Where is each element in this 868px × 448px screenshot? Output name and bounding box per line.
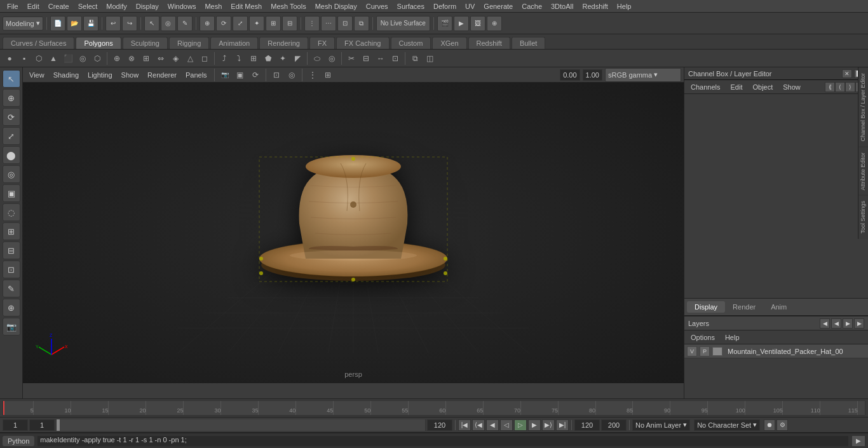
redo-btn[interactable]: ↪ — [122, 16, 137, 31]
snap-grid-l-btn[interactable]: ⊞ — [3, 222, 20, 240]
cb-channels-menu[interactable]: Channels — [687, 82, 724, 92]
multicut-btn[interactable]: ✂ — [344, 51, 358, 65]
render-btn[interactable]: ▶ — [454, 16, 469, 31]
vp-smooth-icon[interactable]: ◎ — [285, 68, 299, 82]
poly-sphere-btn[interactable]: ● — [3, 51, 17, 65]
poly-prism-btn[interactable]: ⬡ — [90, 51, 104, 65]
poly-bool-btn[interactable]: ⊞ — [139, 51, 153, 65]
render-view-btn[interactable]: ⊕ — [487, 16, 502, 31]
snap-grid-btn[interactable]: ⋮ — [304, 16, 320, 31]
layers-scroll-down[interactable]: ▶ — [854, 318, 864, 329]
menu-create[interactable]: Create — [44, 1, 74, 11]
snap-view-btn[interactable]: ⧉ — [354, 16, 369, 31]
poly-quad-btn[interactable]: ◻ — [198, 51, 212, 65]
play-fwd-btn[interactable]: ▷ — [514, 419, 527, 431]
offset-btn[interactable]: ⊡ — [388, 51, 402, 65]
save-scene-btn[interactable]: 💾 — [83, 16, 98, 31]
tab-rendering[interactable]: Rendering — [259, 37, 308, 49]
right-tab-attribute[interactable]: Attribute Editor — [858, 147, 868, 196]
tab-polygons[interactable]: Polygons — [76, 37, 121, 49]
menu-mesh-display[interactable]: Mesh Display — [311, 1, 362, 11]
poly-mirror-btn[interactable]: ⇔ — [154, 51, 168, 65]
snap-curve-l-btn[interactable]: ⊡ — [3, 261, 20, 278]
paint-btn[interactable]: ✎ — [177, 16, 193, 31]
viewport-3d[interactable]: .gl { stroke: #444; stroke-width: 0.5; } — [23, 83, 684, 383]
layers-scroll-up[interactable]: ◀ — [820, 318, 830, 329]
menu-uv[interactable]: UV — [461, 1, 479, 11]
fill-hole-btn[interactable]: ⬟ — [261, 51, 275, 65]
scale-btn[interactable]: ⤢ — [233, 16, 248, 31]
poly-smooth-btn[interactable]: ◈ — [168, 51, 182, 65]
timeline-ruler[interactable]: 1510152025303540455055606570758085909510… — [3, 400, 865, 416]
cb-arrow-next[interactable]: ⟩ — [845, 82, 855, 92]
ipr-btn[interactable]: 🖼 — [470, 16, 485, 31]
show-hide-l-btn[interactable]: ⊕ — [3, 299, 20, 316]
undo-btn[interactable]: ↩ — [105, 16, 121, 31]
char-set-btn[interactable]: ⚙ — [776, 419, 788, 431]
colorspace-dropdown[interactable]: sRGB gamma ▾ — [605, 68, 681, 82]
frame-start-field[interactable]: 1 — [3, 419, 28, 431]
open-scene-btn[interactable]: 📂 — [67, 16, 82, 31]
mode-dropdown[interactable]: Modeling ▾ — [3, 17, 43, 31]
vp-tumble-icon[interactable]: ⟳ — [248, 68, 262, 82]
soft-mod-btn[interactable]: ⊞ — [266, 16, 281, 31]
layers-scroll-right[interactable]: ▶ — [843, 318, 853, 329]
go-end-btn[interactable]: ▶| — [556, 419, 569, 431]
tab-bullet[interactable]: Bullet — [512, 37, 546, 49]
rotation-field[interactable]: 0.00 — [560, 69, 580, 81]
poly-combine-btn[interactable]: ⊕ — [110, 51, 124, 65]
auto-key-btn[interactable]: ⏺ — [764, 419, 775, 431]
ring-select-btn[interactable]: ◎ — [325, 51, 339, 65]
playback-end-field[interactable]: 120 — [574, 419, 600, 431]
timeline-playhead[interactable] — [3, 401, 4, 415]
universal-btn[interactable]: ✦ — [249, 16, 264, 31]
menu-modify[interactable]: Modify — [102, 1, 131, 11]
anim-layer-dropdown[interactable]: No Anim Layer ▾ — [632, 419, 690, 431]
paint-effects-btn[interactable]: ✎ — [3, 280, 20, 297]
vp-lighting-menu[interactable]: Lighting — [84, 70, 116, 80]
move-btn[interactable]: ⊕ — [200, 16, 215, 31]
select-tool-btn[interactable]: ↖ — [3, 70, 20, 88]
quad-draw-btn[interactable]: ◫ — [423, 51, 437, 65]
tab-rigging[interactable]: Rigging — [169, 37, 209, 49]
tab-curves-surfaces[interactable]: Curves / Surfaces — [3, 37, 74, 49]
poly-sep-btn[interactable]: ⊗ — [125, 51, 139, 65]
menu-file[interactable]: File — [3, 1, 23, 11]
cb-arrow-prev[interactable]: ⟨ — [835, 82, 845, 92]
layers-help-menu[interactable]: Help — [721, 333, 743, 342]
tab-fx[interactable]: FX — [309, 37, 335, 49]
script-run-btn[interactable]: ▶ — [851, 435, 865, 447]
display-tab-display[interactable]: Display — [687, 301, 725, 313]
loop-select-btn[interactable]: ⬭ — [310, 51, 324, 65]
next-key-btn[interactable]: ▶⟩ — [542, 419, 555, 431]
scale-field[interactable]: 1.00 — [583, 69, 602, 81]
new-scene-btn[interactable]: 📄 — [50, 16, 65, 31]
layer-vis-v[interactable]: V — [687, 346, 697, 356]
layers-scroll-left[interactable]: ◀ — [831, 318, 841, 329]
vp-show-menu[interactable]: Show — [118, 70, 143, 80]
poly-torus-btn[interactable]: ◎ — [76, 51, 90, 65]
display-tab-anim[interactable]: Anim — [763, 301, 794, 313]
command-input[interactable]: makeIdentity -apply true -t 1 -r 1 -s 1 … — [37, 435, 849, 447]
bridge-btn[interactable]: ⤵ — [232, 51, 246, 65]
cb-object-menu[interactable]: Object — [749, 82, 776, 92]
tab-sculpting[interactable]: Sculpting — [123, 37, 168, 49]
snap-point-btn[interactable]: ⊡ — [337, 16, 353, 31]
snap-pt-l-btn[interactable]: ⊟ — [3, 241, 20, 259]
go-start-btn[interactable]: |◀ — [458, 419, 471, 431]
cb-show-menu[interactable]: Show — [779, 82, 804, 92]
frame-end-field[interactable]: 120 — [427, 419, 452, 431]
menu-cache[interactable]: Cache — [517, 1, 546, 11]
scale-tool-btn[interactable]: ⤢ — [3, 127, 20, 145]
menu-edit[interactable]: Edit — [23, 1, 44, 11]
menu-select[interactable]: Select — [74, 1, 102, 11]
vp-grid-icon[interactable]: ⋮ — [306, 68, 320, 82]
tab-redshift[interactable]: Redshift — [468, 37, 510, 49]
character-set-dropdown[interactable]: No Character Set ▾ — [694, 419, 760, 431]
lasso-btn[interactable]: ◎ — [161, 16, 176, 31]
poly-cyl-btn[interactable]: ⬡ — [32, 51, 46, 65]
lasso-tool-btn[interactable]: ◌ — [3, 203, 20, 221]
retopo-btn[interactable]: ⧉ — [408, 51, 422, 65]
snap-curve-btn[interactable]: ⋯ — [321, 16, 336, 31]
extrude-btn[interactable]: ⤴ — [217, 51, 231, 65]
